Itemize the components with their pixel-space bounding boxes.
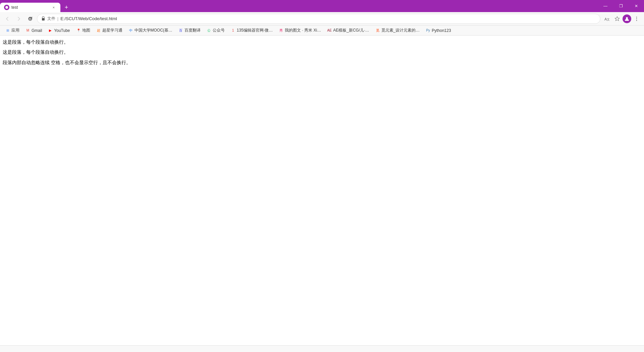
bookmark-icon-youtube: ▶ (48, 28, 53, 33)
window-controls: — ❐ ✕ (598, 0, 644, 12)
bookmark-editor135[interactable]: 1135编辑器官网·微… (228, 27, 275, 34)
forward-button[interactable] (14, 14, 23, 24)
bookmark-star-button[interactable] (612, 14, 622, 24)
bookmark-icon-python: Py (426, 28, 430, 33)
reload-icon (28, 16, 33, 21)
bookmark-label-mooc: 中国大学MOOC(慕… (135, 28, 172, 33)
reload-button[interactable] (25, 14, 35, 24)
bookmark-icon-gmail: M (25, 28, 30, 33)
tab-close-button[interactable]: × (51, 5, 56, 10)
bookmark-label-gongzhonghao: 公众号 (213, 28, 225, 33)
titlebar: test × + — ❐ ✕ (0, 0, 644, 12)
url-text: E:/SCUT/Web/Code/test.html (60, 16, 596, 21)
bookmark-gmail[interactable]: MGmail (23, 28, 45, 34)
bookmark-icon-baidu: 百 (178, 28, 183, 33)
url-separator: | (57, 16, 58, 21)
svg-point-4 (636, 16, 637, 17)
bookmark-label-miaoyan: 觅元素_设计元素的… (381, 28, 420, 33)
tab-title: test (11, 5, 49, 10)
page-content: 这是段落，每个段落自动换行。这是段落，每个段落自动换行。段落内部自动忽略连续 空… (0, 36, 644, 345)
bookmark-label-xiumi: 我的图文 · 秀米 Xi… (285, 28, 321, 33)
bookmark-ae[interactable]: AEAE模板_新CG/儿·… (324, 27, 372, 34)
svg-point-5 (636, 18, 637, 19)
bookmark-chaoxing[interactable]: 超超星学习通 (94, 27, 125, 34)
svg-rect-0 (42, 18, 45, 20)
bookmark-icon-editor135: 1 (231, 28, 235, 33)
file-label: 文件 (47, 16, 55, 21)
close-button[interactable]: ✕ (629, 0, 644, 12)
address-bar[interactable]: 文件 | E:/SCUT/Web/Code/test.html (37, 14, 600, 24)
bookmark-label-chaoxing: 超星学习通 (102, 28, 122, 33)
bookmark-xiumi[interactable]: 秀我的图文 · 秀米 Xi… (276, 27, 324, 34)
bookmark-label-editor135: 135编辑器官网·微… (237, 28, 273, 33)
bookmark-python[interactable]: PyPython123 (423, 28, 453, 34)
bookmark-icon-apps: ⊞ (5, 28, 10, 33)
bookmark-mooc[interactable]: 中中国大学MOOC(慕… (126, 27, 175, 34)
bookmark-label-gmail: Gmail (32, 28, 42, 33)
bookmark-maps[interactable]: 📍地图 (73, 27, 93, 34)
translate-button[interactable]: A文 (602, 14, 612, 24)
star-icon (614, 16, 620, 21)
maximize-button[interactable]: ❐ (613, 0, 629, 12)
bookmark-label-baidu: 百度翻译 (184, 28, 201, 33)
navbar: 文件 | E:/SCUT/Web/Code/test.html A文 (0, 12, 644, 26)
tab-favicon (4, 5, 9, 10)
statusbar (0, 345, 644, 352)
forward-icon (16, 16, 21, 21)
bookmark-label-youtube: YouTube (54, 28, 70, 33)
bookmark-icon-chaoxing: 超 (96, 28, 101, 33)
svg-point-6 (636, 20, 637, 20)
svg-text:文: 文 (607, 18, 610, 21)
bookmark-label-ae: AE模板_新CG/儿·… (333, 28, 369, 33)
bookmark-icon-ae: AE (327, 28, 332, 33)
account-button[interactable] (623, 14, 631, 23)
more-menu-button[interactable] (632, 14, 641, 24)
minimize-button[interactable]: — (598, 0, 613, 12)
toolbar-right: A文 (602, 14, 641, 24)
paragraph-2: 段落内部自动忽略连续 空格，也不会显示空行，且不会换行。 (3, 59, 641, 66)
bookmark-baidu[interactable]: 百百度翻译 (176, 27, 203, 34)
paragraph-0: 这是段落，每个段落自动换行。 (3, 38, 641, 46)
bookmark-youtube[interactable]: ▶YouTube (45, 28, 72, 34)
bookmark-label-apps: 应用 (11, 28, 19, 33)
bookmark-icon-miaoyan: 觅 (375, 28, 380, 33)
bookmarks-bar: ⊞应用MGmail▶YouTube📍地图超超星学习通中中国大学MOOC(慕…百百… (0, 26, 644, 36)
paragraph-1: 这是段落，每个段落自动换行。 (3, 48, 641, 56)
bookmark-miaoyan[interactable]: 觅觅元素_设计元素的… (373, 27, 423, 34)
bookmark-icon-mooc: 中 (128, 28, 133, 33)
back-icon (5, 16, 10, 21)
bookmark-gongzhonghao[interactable]: 公公众号 (204, 27, 227, 34)
bookmark-apps[interactable]: ⊞应用 (3, 27, 22, 34)
back-button[interactable] (3, 14, 12, 24)
bookmark-icon-xiumi: 秀 (279, 28, 283, 33)
bookmark-label-python: Python123 (432, 28, 451, 33)
active-tab[interactable]: test × (0, 3, 60, 12)
lock-icon (41, 16, 45, 21)
translate-icon: A文 (604, 16, 610, 22)
bookmark-label-maps: 地图 (82, 28, 90, 33)
new-tab-button[interactable]: + (62, 3, 71, 12)
bookmark-icon-gongzhonghao: 公 (207, 28, 211, 33)
more-icon (634, 16, 639, 21)
tab-strip: test × + (0, 0, 598, 12)
account-icon (625, 16, 629, 21)
bookmark-icon-maps: 📍 (76, 28, 81, 33)
